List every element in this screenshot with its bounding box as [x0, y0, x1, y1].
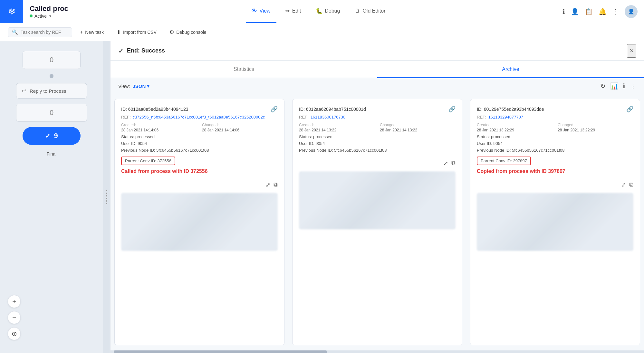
card-1-parrent-conv: Parrent Conv ID: 372556: [121, 157, 175, 165]
more-detail-icon[interactable]: ⋮: [630, 82, 636, 90]
tab-view[interactable]: 👁 View: [246, 0, 276, 23]
card-3-blur-area: [477, 193, 633, 251]
card-2: ID: 6012aa62094bab751c00001d 🔗 REF: 1611…: [292, 99, 462, 345]
nav-tabs: 👁 View ✏ Edit 🐛 Debug 🗋 Old Editor: [75, 0, 562, 23]
card-2-changed-value: 28 Jan 2021 14:13:22: [380, 128, 456, 132]
detail-header: ✓ End: Success ×: [111, 41, 644, 61]
card-1-expand-icon[interactable]: ⤢: [265, 181, 270, 188]
card-2-status: Status: processed: [299, 134, 456, 139]
card-2-expand-icon[interactable]: ⤢: [443, 160, 448, 167]
final-count: 9: [54, 132, 58, 140]
chevron-down-icon: ▾: [49, 14, 51, 18]
view-label: View:: [118, 83, 130, 89]
card-2-link-icon[interactable]: 🔗: [448, 106, 456, 113]
card-1-changed-label: Changed:: [202, 123, 278, 127]
card-3-parrent-conv: Parrent Conv ID: 397897: [477, 157, 531, 165]
card-3-prev-node: Previous Node ID: 5fc6455b56167c71cc001f…: [477, 148, 633, 153]
panel-content: 0 ↩ Reply to Process 0 ✓ 9 Final: [0, 41, 103, 166]
close-button[interactable]: ×: [627, 44, 636, 58]
debug-icon: 🐛: [316, 8, 322, 14]
tab-debug-label: Debug: [325, 8, 340, 14]
card-1-changed-value: 28 Jan 2021 14:14:06: [202, 128, 278, 132]
user-avatar[interactable]: 👤: [625, 5, 638, 18]
bottom-zero-value: 0: [50, 109, 53, 117]
info-detail-icon[interactable]: ℹ: [623, 82, 625, 90]
document-icon[interactable]: 📋: [585, 8, 593, 15]
card-2-id: ID: 6012aa62094bab751c00001d 🔗: [299, 106, 456, 113]
statistics-tab-label: Statistics: [234, 66, 254, 72]
card-3-id: ID: 60129e755ed2a93b44093dde 🔗: [477, 106, 633, 113]
zoom-out-button[interactable]: −: [8, 311, 21, 324]
success-icon: ✓: [118, 47, 124, 55]
new-task-button[interactable]: + New task: [75, 27, 109, 37]
tab-statistics[interactable]: Statistics: [111, 61, 377, 78]
card-1-footer: ⤢ ⧉: [121, 179, 278, 188]
card-2-userid: User ID: 9054: [299, 141, 456, 146]
collapse-dots: [106, 190, 107, 204]
search-input[interactable]: [21, 30, 68, 35]
debug-console-button[interactable]: ⚙ Debug console: [164, 27, 211, 37]
import-csv-button[interactable]: ⬆ Import from CSV: [111, 27, 162, 37]
toolbar: 🔍 + New task ⬆ Import from CSV ⚙ Debug c…: [0, 23, 644, 41]
card-3-meta: Created: Changed: 28 Jan 2021 13:22:29 2…: [477, 123, 633, 132]
csv-export-icon[interactable]: 📊: [610, 82, 618, 90]
card-3-ref-value[interactable]: 161183294877787: [488, 115, 523, 119]
tab-old-editor[interactable]: 🗋 Old Editor: [349, 0, 391, 23]
final-button[interactable]: ✓ 9: [23, 127, 81, 145]
dot6: [106, 203, 107, 204]
debug-console-label: Debug console: [176, 30, 206, 35]
card-1-id: ID: 6012aa8e5ed2a93b44094123 🔗: [121, 106, 278, 113]
scrollbar-thumb[interactable]: [114, 350, 327, 353]
tab-archive[interactable]: Archive: [377, 61, 644, 78]
zoom-in-button[interactable]: +: [8, 295, 21, 308]
notification-icon[interactable]: 🔔: [599, 8, 607, 15]
dot5: [106, 200, 107, 202]
collapse-handle[interactable]: [103, 41, 110, 353]
card-1-ref-value[interactable]: c372556_n5fc6453a56167c71cc001ef3_t6012a…: [133, 115, 265, 119]
card-3-ref-label: REF:: [477, 115, 486, 119]
status-dot: [30, 14, 33, 17]
dot1: [106, 190, 107, 191]
card-3-copy-icon[interactable]: ⧉: [629, 181, 633, 188]
status-badge[interactable]: Active ▾: [30, 14, 68, 19]
card-3-link-icon[interactable]: 🔗: [626, 106, 633, 113]
plus-icon: +: [80, 29, 83, 35]
connector-dot: [50, 74, 53, 78]
card-1-link-icon[interactable]: 🔗: [271, 106, 278, 113]
cards-grid: ID: 6012aa8e5ed2a93b44094123 🔗 REF: c372…: [111, 94, 644, 350]
card-1-userid: User ID: 9054: [121, 141, 278, 146]
tab-old-editor-label: Old Editor: [362, 8, 385, 14]
add-user-icon[interactable]: 👤: [571, 8, 579, 15]
card-3-expand-icon[interactable]: ⤢: [621, 181, 626, 188]
top-zero-value: 0: [50, 56, 53, 64]
card-1-copy-icon[interactable]: ⧉: [274, 181, 278, 188]
tab-debug[interactable]: 🐛 Debug: [310, 0, 346, 23]
scrollbar[interactable]: [111, 350, 644, 353]
card-3-footer: ⤢ ⧉: [477, 179, 633, 188]
dot3: [106, 195, 107, 196]
view-chevron-icon: ▾: [147, 83, 149, 89]
left-panel: 0 ↩ Reply to Process 0 ✓ 9 Final + − ⊕: [0, 41, 103, 353]
card-2-ref: REF: 161183600176730: [299, 115, 456, 119]
info-icon[interactable]: ℹ: [562, 8, 565, 15]
card-3-changed-label: Changed:: [558, 123, 633, 127]
panel-controls: + − ⊕: [8, 295, 21, 340]
card-1-status: Status: processed: [121, 134, 278, 139]
more-icon[interactable]: ⋮: [612, 8, 619, 15]
old-editor-icon: 🗋: [355, 8, 360, 14]
card-2-copy-icon[interactable]: ⧉: [451, 160, 456, 167]
view-value-selector[interactable]: JSON ▾: [132, 83, 149, 89]
fit-screen-button[interactable]: ⊕: [8, 327, 21, 340]
search-wrap[interactable]: 🔍: [8, 27, 72, 37]
card-1-called-from: Called from process with ID 372556: [121, 168, 278, 174]
app-logo[interactable]: ❄: [0, 0, 23, 23]
detail-title-text: End: Success: [127, 47, 165, 54]
card-2-created-label: Created:: [299, 123, 375, 127]
refresh-icon[interactable]: ↻: [600, 82, 606, 90]
reply-to-process-node[interactable]: ↩ Reply to Process: [16, 83, 87, 99]
final-label: Final: [47, 151, 56, 157]
card-3-copied-from: Copied from process with ID 397897: [477, 168, 633, 174]
reply-label: Reply to Process: [30, 88, 66, 94]
tab-edit[interactable]: ✏ Edit: [280, 0, 307, 23]
card-2-ref-value[interactable]: 161183600176730: [311, 115, 345, 119]
